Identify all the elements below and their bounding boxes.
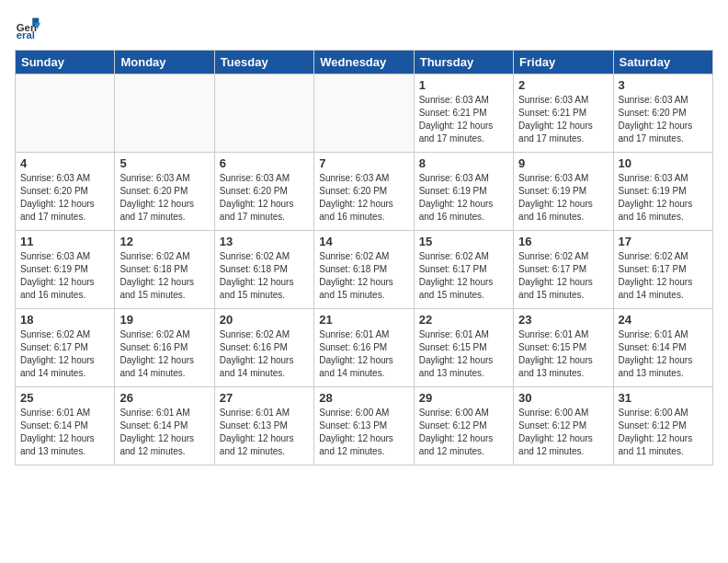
calendar-header-friday: Friday	[514, 51, 613, 75]
day-info: Sunrise: 6:02 AM Sunset: 6:16 PM Dayligh…	[119, 328, 209, 380]
calendar-week-row: 4Sunrise: 6:03 AM Sunset: 6:20 PM Daylig…	[16, 153, 713, 231]
calendar-cell: 29Sunrise: 6:00 AM Sunset: 6:12 PM Dayli…	[414, 387, 513, 465]
calendar-cell: 7Sunrise: 6:03 AM Sunset: 6:20 PM Daylig…	[314, 153, 414, 231]
day-info: Sunrise: 6:02 AM Sunset: 6:17 PM Dayligh…	[419, 250, 508, 302]
day-number: 20	[220, 313, 309, 327]
calendar-cell: 27Sunrise: 6:01 AM Sunset: 6:13 PM Dayli…	[214, 387, 313, 465]
day-number: 12	[119, 235, 209, 248]
day-info: Sunrise: 6:00 AM Sunset: 6:13 PM Dayligh…	[319, 407, 408, 458]
day-number: 5	[119, 156, 209, 170]
day-number: 23	[518, 313, 608, 327]
calendar-cell: 23Sunrise: 6:01 AM Sunset: 6:15 PM Dayli…	[514, 309, 613, 387]
day-number: 1	[419, 78, 508, 92]
logo: Gen eral	[15, 15, 44, 40]
calendar-header-monday: Monday	[115, 51, 214, 75]
day-number: 19	[119, 313, 209, 327]
day-number: 3	[619, 78, 708, 92]
day-info: Sunrise: 6:03 AM Sunset: 6:19 PM Dayligh…	[619, 172, 708, 224]
calendar-table: SundayMondayTuesdayWednesdayThursdayFrid…	[15, 50, 713, 465]
day-number: 6	[220, 156, 309, 170]
day-number: 14	[319, 235, 408, 248]
day-info: Sunrise: 6:03 AM Sunset: 6:19 PM Dayligh…	[518, 172, 608, 224]
day-number: 21	[319, 313, 408, 327]
calendar-cell: 14Sunrise: 6:02 AM Sunset: 6:18 PM Dayli…	[314, 231, 414, 309]
day-number: 17	[619, 235, 708, 248]
calendar-cell: 28Sunrise: 6:00 AM Sunset: 6:13 PM Dayli…	[314, 387, 414, 465]
calendar-cell: 10Sunrise: 6:03 AM Sunset: 6:19 PM Dayli…	[613, 153, 712, 231]
day-number: 9	[518, 156, 608, 170]
calendar-cell: 24Sunrise: 6:01 AM Sunset: 6:14 PM Dayli…	[613, 309, 712, 387]
day-info: Sunrise: 6:03 AM Sunset: 6:21 PM Dayligh…	[419, 94, 508, 145]
calendar-week-row: 11Sunrise: 6:03 AM Sunset: 6:19 PM Dayli…	[16, 231, 713, 309]
day-info: Sunrise: 6:03 AM Sunset: 6:20 PM Dayligh…	[119, 172, 209, 224]
day-number: 10	[619, 156, 708, 170]
day-info: Sunrise: 6:01 AM Sunset: 6:13 PM Dayligh…	[220, 407, 309, 458]
svg-text:eral: eral	[17, 29, 35, 40]
calendar-header-sunday: Sunday	[16, 51, 115, 75]
day-number: 7	[319, 156, 408, 170]
day-info: Sunrise: 6:00 AM Sunset: 6:12 PM Dayligh…	[419, 407, 508, 458]
day-number: 15	[419, 235, 508, 248]
calendar-cell: 5Sunrise: 6:03 AM Sunset: 6:20 PM Daylig…	[115, 153, 214, 231]
day-info: Sunrise: 6:02 AM Sunset: 6:18 PM Dayligh…	[220, 250, 309, 302]
day-info: Sunrise: 6:03 AM Sunset: 6:20 PM Dayligh…	[20, 172, 109, 224]
calendar-cell: 25Sunrise: 6:01 AM Sunset: 6:14 PM Dayli…	[16, 387, 115, 465]
day-info: Sunrise: 6:02 AM Sunset: 6:18 PM Dayligh…	[319, 250, 408, 302]
calendar-cell: 1Sunrise: 6:03 AM Sunset: 6:21 PM Daylig…	[414, 75, 513, 153]
calendar-cell: 26Sunrise: 6:01 AM Sunset: 6:14 PM Dayli…	[115, 387, 214, 465]
calendar-cell: 2Sunrise: 6:03 AM Sunset: 6:21 PM Daylig…	[514, 75, 613, 153]
calendar-cell	[115, 75, 214, 153]
day-info: Sunrise: 6:01 AM Sunset: 6:16 PM Dayligh…	[319, 328, 408, 380]
day-info: Sunrise: 6:03 AM Sunset: 6:20 PM Dayligh…	[619, 94, 708, 145]
day-number: 16	[518, 235, 608, 248]
day-number: 4	[20, 156, 109, 170]
calendar-cell: 31Sunrise: 6:00 AM Sunset: 6:12 PM Dayli…	[613, 387, 712, 465]
calendar-cell: 12Sunrise: 6:02 AM Sunset: 6:18 PM Dayli…	[115, 231, 214, 309]
day-info: Sunrise: 6:01 AM Sunset: 6:14 PM Dayligh…	[619, 328, 708, 380]
day-info: Sunrise: 6:02 AM Sunset: 6:18 PM Dayligh…	[119, 250, 209, 302]
day-info: Sunrise: 6:02 AM Sunset: 6:17 PM Dayligh…	[518, 250, 608, 302]
day-number: 25	[20, 391, 109, 405]
day-info: Sunrise: 6:03 AM Sunset: 6:20 PM Dayligh…	[220, 172, 309, 224]
day-info: Sunrise: 6:00 AM Sunset: 6:12 PM Dayligh…	[518, 407, 608, 458]
calendar-cell: 16Sunrise: 6:02 AM Sunset: 6:17 PM Dayli…	[514, 231, 613, 309]
day-info: Sunrise: 6:01 AM Sunset: 6:14 PM Dayligh…	[119, 407, 209, 458]
day-info: Sunrise: 6:02 AM Sunset: 6:16 PM Dayligh…	[220, 328, 309, 380]
calendar-header-saturday: Saturday	[613, 51, 712, 75]
day-info: Sunrise: 6:03 AM Sunset: 6:19 PM Dayligh…	[20, 250, 109, 302]
calendar-cell	[16, 75, 115, 153]
day-info: Sunrise: 6:02 AM Sunset: 6:17 PM Dayligh…	[20, 328, 109, 380]
calendar-week-row: 18Sunrise: 6:02 AM Sunset: 6:17 PM Dayli…	[16, 309, 713, 387]
calendar-cell: 3Sunrise: 6:03 AM Sunset: 6:20 PM Daylig…	[613, 75, 712, 153]
calendar-cell: 30Sunrise: 6:00 AM Sunset: 6:12 PM Dayli…	[514, 387, 613, 465]
day-info: Sunrise: 6:02 AM Sunset: 6:17 PM Dayligh…	[619, 250, 708, 302]
day-info: Sunrise: 6:01 AM Sunset: 6:15 PM Dayligh…	[518, 328, 608, 380]
day-info: Sunrise: 6:01 AM Sunset: 6:15 PM Dayligh…	[419, 328, 508, 380]
calendar-cell	[314, 75, 414, 153]
calendar-cell: 15Sunrise: 6:02 AM Sunset: 6:17 PM Dayli…	[414, 231, 513, 309]
day-number: 22	[419, 313, 508, 327]
calendar-cell: 21Sunrise: 6:01 AM Sunset: 6:16 PM Dayli…	[314, 309, 414, 387]
calendar-week-row: 1Sunrise: 6:03 AM Sunset: 6:21 PM Daylig…	[16, 75, 713, 153]
day-info: Sunrise: 6:01 AM Sunset: 6:14 PM Dayligh…	[20, 407, 109, 458]
calendar-header-wednesday: Wednesday	[314, 51, 414, 75]
day-info: Sunrise: 6:03 AM Sunset: 6:20 PM Dayligh…	[319, 172, 408, 224]
day-info: Sunrise: 6:03 AM Sunset: 6:21 PM Dayligh…	[518, 94, 608, 145]
logo-icon: Gen eral	[15, 15, 40, 40]
day-number: 30	[518, 391, 608, 405]
calendar-cell: 4Sunrise: 6:03 AM Sunset: 6:20 PM Daylig…	[16, 153, 115, 231]
calendar-cell: 19Sunrise: 6:02 AM Sunset: 6:16 PM Dayli…	[115, 309, 214, 387]
calendar-cell	[214, 75, 313, 153]
calendar-cell: 20Sunrise: 6:02 AM Sunset: 6:16 PM Dayli…	[214, 309, 313, 387]
day-number: 24	[619, 313, 708, 327]
calendar-cell: 17Sunrise: 6:02 AM Sunset: 6:17 PM Dayli…	[613, 231, 712, 309]
day-number: 2	[518, 78, 608, 92]
calendar-cell: 11Sunrise: 6:03 AM Sunset: 6:19 PM Dayli…	[16, 231, 115, 309]
calendar-header-row: SundayMondayTuesdayWednesdayThursdayFrid…	[16, 51, 713, 75]
day-number: 28	[319, 391, 408, 405]
calendar-cell: 9Sunrise: 6:03 AM Sunset: 6:19 PM Daylig…	[514, 153, 613, 231]
page-header: Gen eral	[15, 15, 713, 40]
calendar-header-tuesday: Tuesday	[214, 51, 313, 75]
day-number: 8	[419, 156, 508, 170]
day-info: Sunrise: 6:00 AM Sunset: 6:12 PM Dayligh…	[619, 407, 708, 458]
